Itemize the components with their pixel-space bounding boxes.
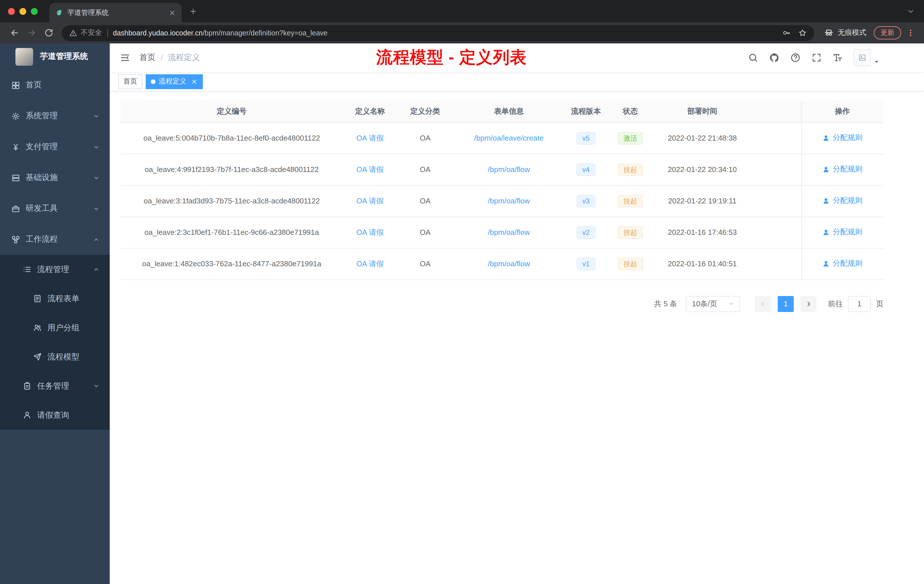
tag-active[interactable]: 流程定义 bbox=[146, 74, 203, 89]
back-button[interactable] bbox=[7, 25, 22, 40]
sidebar-menu: 首页 系统管理 支付管理 基础设施 研发工具 工作流程 流程管理 流程表单 用户… bbox=[0, 70, 110, 430]
sidebar-toggle-icon[interactable] bbox=[120, 53, 130, 63]
cell-spacer bbox=[751, 248, 801, 279]
assign-rule-button[interactable]: 分配规则 bbox=[823, 164, 863, 175]
cell-form-info: /bpm/oa/flow bbox=[453, 216, 564, 248]
cell-form-info: /bpm/oa/flow bbox=[453, 248, 564, 279]
sidebar-item-leave-query[interactable]: 请假查询 bbox=[0, 401, 110, 430]
github-icon[interactable] bbox=[769, 53, 779, 63]
breadcrumb-home[interactable]: 首页 bbox=[139, 53, 155, 63]
font-size-icon[interactable] bbox=[833, 53, 843, 63]
password-key-icon[interactable] bbox=[782, 28, 791, 37]
users-icon bbox=[33, 323, 42, 332]
sidebar: 芋道管理系统 首页 系统管理 支付管理 基础设施 研发工具 工作流程 流程管理 … bbox=[0, 43, 110, 584]
sidebar-item-process-form[interactable]: 流程表单 bbox=[0, 284, 110, 313]
assign-rule-button[interactable]: 分配规则 bbox=[823, 133, 863, 143]
sidebar-item-home[interactable]: 首页 bbox=[0, 70, 110, 101]
table-row: oa_leave:5:004b710b-7b8a-11ec-8ef0-acde4… bbox=[120, 122, 883, 154]
assign-rule-button[interactable]: 分配规则 bbox=[823, 227, 863, 238]
cell-status: 挂起 bbox=[607, 185, 653, 216]
incognito-label: 无痕模式 bbox=[838, 28, 866, 38]
column-header: 定义编号 bbox=[120, 101, 343, 122]
next-page-button[interactable] bbox=[800, 296, 817, 312]
assign-rule-button[interactable]: 分配规则 bbox=[823, 196, 863, 206]
logo-avatar bbox=[15, 48, 33, 66]
search-icon[interactable] bbox=[748, 53, 758, 63]
tag-home[interactable]: 首页 bbox=[118, 74, 142, 89]
cell-category: OA bbox=[397, 216, 453, 248]
help-icon[interactable] bbox=[790, 53, 800, 63]
column-spacer bbox=[751, 101, 801, 122]
form-link[interactable]: /bpm/oa/leave/create bbox=[474, 134, 544, 142]
cell-version: v4 bbox=[564, 154, 607, 185]
browser-menu-kebab-icon[interactable] bbox=[906, 28, 915, 37]
definition-name-link[interactable]: OA 请假 bbox=[356, 228, 383, 236]
sidebar-item-dev-tools[interactable]: 研发工具 bbox=[0, 193, 110, 224]
cell-deploy-time: 2022-01-22 20:34:10 bbox=[653, 154, 751, 185]
update-button[interactable]: 更新 bbox=[874, 26, 901, 40]
cell-status: 挂起 bbox=[607, 216, 653, 248]
assign-rule-label: 分配规则 bbox=[833, 259, 863, 269]
sidebar-item-task-manage[interactable]: 任务管理 bbox=[0, 371, 110, 401]
cell-category: OA bbox=[397, 185, 453, 216]
reload-button[interactable] bbox=[41, 25, 56, 40]
sidebar-item-payment-manage[interactable]: 支付管理 bbox=[0, 132, 110, 162]
goto-page-input[interactable] bbox=[848, 296, 871, 312]
list-icon bbox=[23, 265, 31, 274]
definition-name-link[interactable]: OA 请假 bbox=[356, 196, 383, 205]
browser-tab[interactable]: 芋道管理系统 bbox=[49, 3, 182, 22]
close-window-button[interactable] bbox=[8, 8, 15, 15]
cell-form-info: /bpm/oa/flow bbox=[453, 154, 564, 185]
prev-page-button[interactable] bbox=[755, 296, 771, 312]
navbar-actions bbox=[748, 49, 924, 66]
window-controls bbox=[8, 8, 38, 15]
clipboard-icon bbox=[23, 382, 31, 390]
form-link[interactable]: /bpm/oa/flow bbox=[488, 228, 530, 237]
status-badge: 挂起 bbox=[618, 257, 643, 270]
address-bar[interactable]: 不安全 dashboard.yudao.iocoder.cn/bpm/manag… bbox=[62, 25, 814, 41]
bookmark-star-icon[interactable] bbox=[798, 28, 807, 37]
fullscreen-icon[interactable] bbox=[812, 53, 822, 63]
avatar bbox=[854, 49, 871, 66]
reload-icon bbox=[44, 28, 53, 38]
cell-form-info: /bpm/oa/flow bbox=[453, 185, 564, 216]
cell-form-info: /bpm/oa/leave/create bbox=[453, 122, 564, 154]
forward-button[interactable] bbox=[24, 25, 39, 40]
assign-rule-button[interactable]: 分配规则 bbox=[823, 259, 863, 269]
sidebar-item-system-manage[interactable]: 系统管理 bbox=[0, 101, 110, 132]
form-link[interactable]: /bpm/oa/flow bbox=[488, 259, 530, 268]
table-row: oa_leave:3:1fad3d93-7b75-11ec-a3c8-acde4… bbox=[120, 185, 883, 216]
send-icon bbox=[33, 353, 42, 361]
page-size-select[interactable]: 10条/页 bbox=[686, 296, 740, 312]
new-tab-button[interactable] bbox=[186, 4, 200, 18]
definition-name-link[interactable]: OA 请假 bbox=[356, 165, 383, 173]
sidebar-item-process-model[interactable]: 流程模型 bbox=[0, 342, 110, 371]
sidebar-item-infrastructure[interactable]: 基础设施 bbox=[0, 162, 110, 193]
sidebar-item-label: 系统管理 bbox=[26, 111, 93, 121]
sidebar-item-process-manage[interactable]: 流程管理 bbox=[0, 255, 110, 284]
user-icon bbox=[823, 166, 830, 173]
cell-spacer bbox=[751, 122, 801, 154]
caret-down-icon bbox=[874, 59, 879, 64]
forward-icon bbox=[26, 28, 36, 38]
sidebar-item-user-group[interactable]: 用户分组 bbox=[0, 313, 110, 342]
definition-name-link[interactable]: OA 请假 bbox=[356, 134, 383, 142]
zoom-window-button[interactable] bbox=[31, 8, 38, 15]
tab-close-icon[interactable] bbox=[168, 9, 176, 16]
page-1-button[interactable]: 1 bbox=[778, 296, 794, 312]
form-link[interactable]: /bpm/oa/flow bbox=[488, 165, 530, 174]
sidebar-item-label: 基础设施 bbox=[26, 173, 93, 183]
version-badge: v5 bbox=[577, 132, 595, 144]
breadcrumb-separator: / bbox=[160, 53, 163, 62]
tab-search-chevron-icon[interactable] bbox=[907, 7, 915, 15]
cell-actions: 分配规则 bbox=[801, 122, 883, 154]
sidebar-item-workflow[interactable]: 工作流程 bbox=[0, 224, 110, 255]
cell-actions: 分配规则 bbox=[801, 248, 883, 279]
tag-close-icon[interactable] bbox=[191, 78, 198, 85]
cell-definition-id: oa_leave:4:991f2193-7b7f-11ec-a3c8-acde4… bbox=[120, 154, 343, 185]
definition-name-link[interactable]: OA 请假 bbox=[356, 259, 383, 268]
minimize-window-button[interactable] bbox=[20, 8, 26, 15]
form-link[interactable]: /bpm/oa/flow bbox=[488, 196, 530, 205]
total-count: 共 5 条 bbox=[654, 299, 677, 309]
user-avatar[interactable] bbox=[854, 49, 879, 66]
